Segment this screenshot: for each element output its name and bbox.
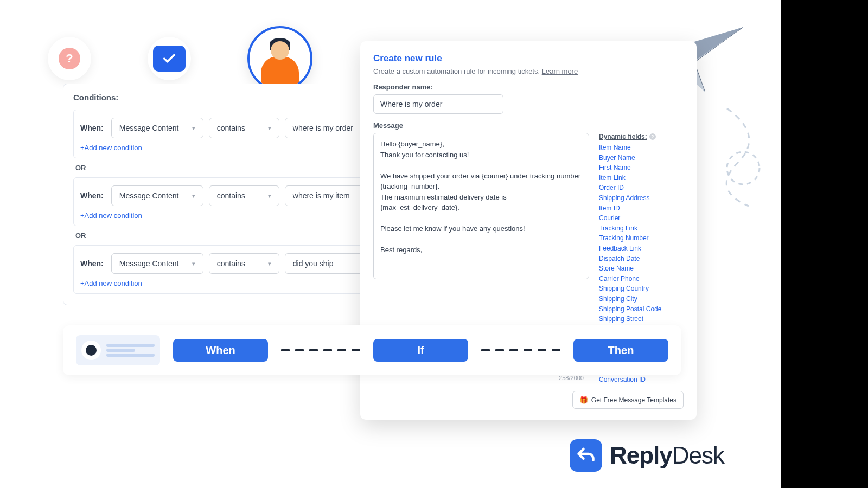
reply-arrow-icon (570, 439, 602, 472)
chevron-down-icon: ▾ (268, 125, 271, 132)
dynamic-field-link[interactable]: Item Name (599, 143, 684, 153)
learn-more-link[interactable]: Learn more (542, 67, 578, 75)
help-icon[interactable]: ? (649, 133, 656, 140)
chevron-down-icon: ▾ (192, 192, 195, 200)
dynamic-fields-title: Dynamic fields: ? (599, 133, 684, 140)
dynamic-field-link[interactable]: Order ID (599, 183, 684, 193)
chevron-down-icon: ▾ (268, 260, 271, 267)
operator-select[interactable]: contains▾ (209, 253, 279, 274)
avatar-icon (81, 341, 101, 360)
dynamic-field-link[interactable]: Buyer Name (599, 153, 684, 163)
dynamic-field-link[interactable]: Shipping Address (599, 193, 684, 203)
responder-name-input[interactable] (373, 94, 503, 114)
responder-name-label: Responder name: (373, 83, 684, 91)
when-label: When: (80, 191, 104, 200)
message-textarea[interactable]: Hello {buyer_name}, Thank you for contac… (373, 133, 589, 279)
when-label: When: (80, 259, 104, 268)
flow-avatar-card (76, 335, 160, 365)
brand-logo: ReplyDesk (570, 439, 724, 472)
dynamic-field-link[interactable]: Shipping City (599, 294, 684, 304)
operator-select[interactable]: contains▾ (209, 118, 279, 138)
person-avatar-icon (247, 26, 312, 91)
question-icon-circle: ? (48, 37, 91, 80)
field-select[interactable]: Message Content▾ (111, 118, 203, 138)
char-counter: 258/2000 (559, 375, 584, 381)
dash-connector (281, 349, 360, 351)
add-condition-link[interactable]: +Add new condition (80, 211, 142, 220)
dynamic-field-link[interactable]: Feedback Link (599, 243, 684, 254)
dynamic-field-link[interactable]: Shipping Country (599, 284, 684, 294)
get-templates-button[interactable]: 🎁 Get Free Message Templates (572, 391, 684, 409)
if-button[interactable]: If (373, 339, 468, 362)
dashed-path-icon (684, 103, 770, 214)
dynamic-field-link[interactable]: Shipping Postal Code (599, 304, 684, 314)
dynamic-field-link[interactable]: Tracking Link (599, 223, 684, 234)
dynamic-field-link[interactable]: Item ID (599, 203, 684, 214)
chevron-down-icon: ▾ (192, 125, 195, 132)
dash-connector (481, 349, 560, 351)
when-button[interactable]: When (173, 339, 268, 362)
check-icon-circle (148, 37, 191, 80)
operator-select[interactable]: contains▾ (209, 185, 279, 206)
dynamic-field-link[interactable]: Courier (599, 213, 684, 223)
when-label: When: (80, 124, 104, 132)
modal-title: Create new rule (373, 53, 684, 64)
dynamic-field-link[interactable]: Carrier Phone (599, 274, 684, 284)
dynamic-field-link[interactable]: Shipping Street (599, 314, 684, 324)
question-bubble-icon: ? (59, 48, 80, 69)
dynamic-field-link[interactable]: First Name (599, 163, 684, 173)
dynamic-field-link[interactable]: Store Name (599, 264, 684, 274)
header-icons: ? (48, 26, 312, 91)
dynamic-field-link[interactable]: Tracking Number (599, 233, 684, 243)
gift-icon: 🎁 (579, 396, 588, 404)
add-condition-link[interactable]: +Add new condition (80, 279, 142, 287)
field-select[interactable]: Message Content▾ (111, 253, 203, 274)
brand-name: ReplyDesk (610, 442, 724, 469)
chevron-down-icon: ▾ (268, 192, 271, 200)
then-button[interactable]: Then (573, 339, 668, 362)
field-select[interactable]: Message Content▾ (111, 185, 203, 206)
dynamic-field-link[interactable]: Item Link (599, 173, 684, 183)
check-bubble-icon (153, 46, 186, 72)
chevron-down-icon: ▾ (192, 260, 195, 267)
add-condition-link[interactable]: +Add new condition (80, 144, 142, 152)
dynamic-field-link[interactable]: Dispatch Date (599, 254, 684, 264)
dynamic-field-link[interactable]: Conversation ID (599, 375, 684, 385)
message-label: Message (373, 121, 684, 130)
modal-subtitle: Create a custom automation rule for inco… (373, 67, 684, 75)
flow-bar: When If Then (63, 325, 681, 375)
